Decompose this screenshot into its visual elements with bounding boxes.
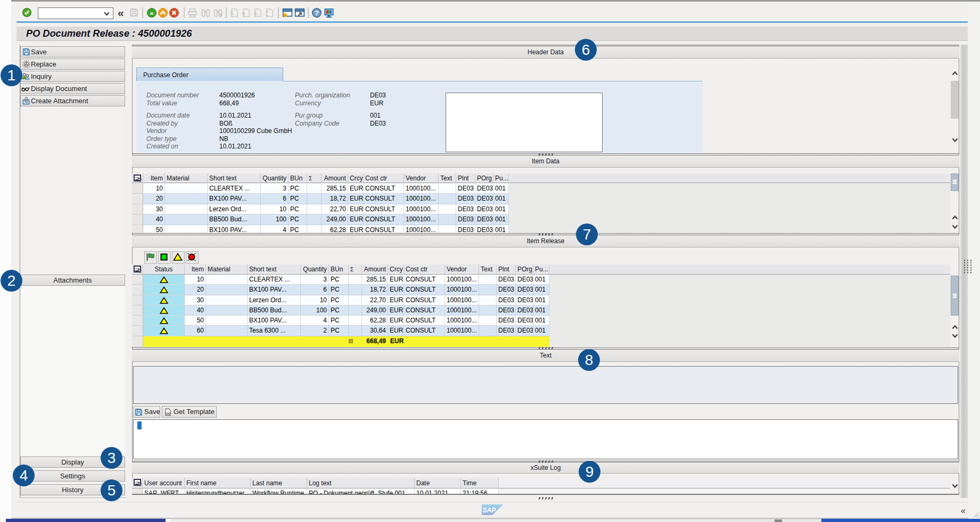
svg-text:?: ?	[315, 9, 319, 17]
svg-text:«: «	[150, 10, 154, 17]
svg-text:SAP: SAP	[483, 507, 497, 514]
